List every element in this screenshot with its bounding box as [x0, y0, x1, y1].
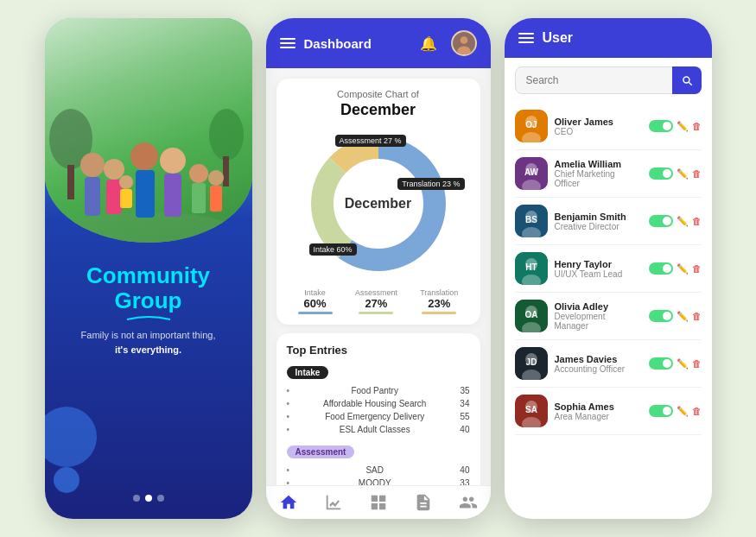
user-list-item: SA Sophia Ames Area Manager ✏️ 🗑: [515, 388, 702, 435]
edit-icon-2[interactable]: ✏️: [677, 216, 689, 227]
delete-icon-2[interactable]: 🗑: [692, 216, 702, 226]
user-avatar-6: SA: [515, 395, 548, 427]
legend-bar-translation: [422, 312, 456, 314]
hero-photo: [45, 18, 252, 243]
user-menu-icon[interactable]: [518, 33, 534, 43]
delete-icon-0[interactable]: 🗑: [692, 121, 702, 131]
legend-intake: Intake 60%: [298, 288, 333, 314]
svg-point-17: [119, 175, 133, 189]
svg-point-2: [209, 109, 244, 161]
user-avatar-4: OA: [515, 300, 548, 332]
chart-month: December: [287, 101, 470, 119]
user-toggle-1[interactable]: [649, 167, 673, 180]
svg-rect-1: [67, 165, 74, 199]
intake-tag: Intake: [287, 366, 329, 379]
user-role-3: UI/UX Team Lead: [555, 269, 642, 279]
user-toggle-2[interactable]: [649, 215, 673, 227]
search-button[interactable]: [672, 66, 702, 94]
chart-legend: Intake 60% Assessment 27% Translation 23…: [287, 288, 470, 314]
edit-icon-0[interactable]: ✏️: [677, 121, 689, 132]
intake-row: ESL Adult Classes40: [287, 423, 470, 436]
user-info-3: Henry Taylor UI/UX Team Lead: [555, 259, 642, 279]
search-bar: [515, 66, 702, 94]
dot-3[interactable]: [157, 495, 164, 502]
user-role-0: CEO: [555, 127, 642, 136]
edit-icon-3[interactable]: ✏️: [677, 263, 689, 275]
delete-icon-3[interactable]: 🗑: [692, 263, 702, 274]
tooltip-intake: Intake 60%: [309, 243, 357, 256]
nav-people[interactable]: [459, 493, 478, 512]
nav-doc[interactable]: [414, 493, 433, 512]
user-list-item: OA Olivia Adley Development Manager ✏️ 🗑: [515, 293, 702, 340]
svg-text:BS: BS: [525, 215, 537, 224]
user-name-6: Sophia Ames: [555, 401, 642, 412]
nav-grid[interactable]: [369, 493, 388, 512]
user-list-item: HT Henry Taylor UI/UX Team Lead ✏️ 🗑: [515, 245, 702, 293]
svg-point-7: [104, 159, 124, 180]
user-title: User: [543, 30, 574, 46]
tagline-line1: Family is not an important thing,: [81, 330, 216, 340]
user-toggle-3[interactable]: [649, 262, 673, 275]
legend-bar-intake: [298, 312, 333, 314]
svg-text:AW: AW: [524, 167, 538, 177]
edit-icon-5[interactable]: ✏️: [677, 358, 689, 370]
intake-row: Food Pantry35: [287, 384, 470, 397]
entries-card: Top Entries Intake Food Pantry35Affordab…: [276, 333, 480, 485]
svg-rect-8: [106, 180, 122, 214]
user-header: User: [505, 18, 712, 58]
user-info-1: Amelia William Chief Marketing Officer: [555, 159, 642, 188]
intake-row: Affordable Housing Search34: [287, 397, 470, 410]
user-role-2: Creative Director: [555, 222, 642, 231]
tagline-line2: it's everything.: [115, 344, 181, 355]
svg-point-5: [80, 153, 105, 177]
user-toggle-4[interactable]: [649, 310, 673, 322]
edit-icon-1[interactable]: ✏️: [677, 168, 689, 180]
user-actions-1: ✏️ 🗑: [649, 167, 702, 180]
svg-rect-16: [210, 186, 222, 212]
svg-text:OJ: OJ: [525, 120, 537, 130]
user-actions-5: ✏️ 🗑: [649, 357, 702, 370]
delete-icon-6[interactable]: 🗑: [692, 406, 702, 416]
menu-icon[interactable]: [280, 38, 295, 48]
delete-icon-5[interactable]: 🗑: [692, 358, 702, 369]
user-toggle-0[interactable]: [649, 120, 673, 132]
legend-translation: Translation 23%: [420, 288, 458, 314]
user-actions-2: ✏️ 🗑: [649, 215, 702, 227]
nav-chart[interactable]: [324, 493, 343, 512]
delete-icon-1[interactable]: 🗑: [692, 168, 702, 179]
user-name-4: Olivia Adley: [555, 301, 642, 312]
user-name-3: Henry Taylor: [555, 259, 642, 269]
svg-text:OA: OA: [524, 310, 537, 319]
dot-1[interactable]: [133, 495, 140, 502]
user-actions-3: ✏️ 🗑: [649, 262, 702, 275]
user-toggle-5[interactable]: [649, 357, 673, 370]
user-list-item: JD James Davies Accounting Officer ✏️ 🗑: [515, 340, 702, 388]
edit-icon-4[interactable]: ✏️: [677, 311, 689, 322]
intake-row: Food Emergency Delivery55: [287, 410, 470, 423]
svg-point-15: [208, 170, 224, 186]
svg-point-9: [130, 142, 158, 170]
edit-icon-6[interactable]: ✏️: [677, 406, 689, 417]
svg-text:HT: HT: [525, 262, 537, 272]
tagline: Family is not an important thing, it's e…: [81, 328, 216, 357]
user-toggle-6[interactable]: [649, 405, 673, 417]
tooltip-translation: Translation 23 %: [397, 178, 464, 190]
dashboard-header: Dashboard 🔔: [266, 18, 491, 68]
user-avatar-5: JD: [515, 347, 548, 380]
nav-home[interactable]: [279, 493, 298, 512]
user-role-1: Chief Marketing Officer: [555, 169, 642, 188]
dot-2[interactable]: [145, 495, 152, 502]
user-avatar-1: AW: [515, 157, 548, 190]
user-avatar-2: BS: [515, 205, 548, 237]
svg-point-11: [160, 148, 186, 174]
legend-assessment: Assessment 27%: [355, 288, 397, 314]
notification-icon[interactable]: 🔔: [420, 35, 437, 52]
user-role-5: Accounting Officer: [555, 364, 642, 374]
user-list-item: AW Amelia William Chief Marketing Office…: [515, 150, 702, 198]
user-avatar[interactable]: [451, 30, 477, 56]
user-name-5: James Davies: [555, 354, 642, 364]
user-list-item: BS Benjamin Smith Creative Director ✏️ 🗑: [515, 198, 702, 245]
delete-icon-4[interactable]: 🗑: [692, 311, 702, 321]
bottom-nav: [266, 485, 491, 519]
user-info-2: Benjamin Smith Creative Director: [555, 212, 642, 231]
